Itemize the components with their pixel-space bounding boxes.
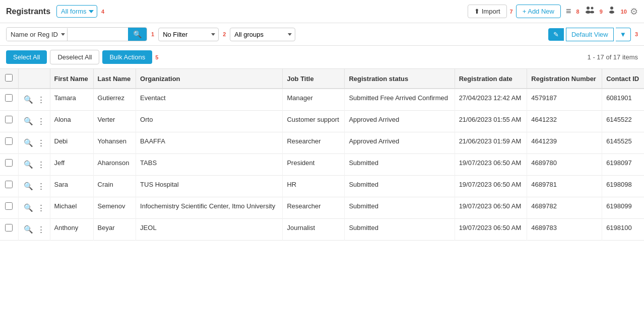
- more-options-button[interactable]: ⋮: [36, 137, 46, 148]
- table-row: 🔍 ⋮ AlonaVerterOrtoCustomer supportAppro…: [0, 111, 644, 132]
- row-actions: 🔍 ⋮: [23, 224, 46, 235]
- search-row-button[interactable]: 🔍: [23, 181, 34, 192]
- more-options-button[interactable]: ⋮: [36, 116, 46, 127]
- import-button[interactable]: ⬆ Import: [468, 5, 506, 18]
- row-checkbox-cell: [0, 176, 18, 197]
- default-view-button[interactable]: Default View: [566, 28, 614, 41]
- view-controls: ✎ Default View ▼: [548, 28, 631, 41]
- search-row-button[interactable]: 🔍: [23, 137, 34, 148]
- reg-status-cell: Approved Arrived: [345, 132, 455, 154]
- search-row-button[interactable]: 🔍: [23, 202, 34, 213]
- search-row-button[interactable]: 🔍: [23, 94, 34, 105]
- annotation-8: 8: [576, 9, 579, 15]
- people-icon-button[interactable]: [583, 4, 597, 19]
- row-checkbox[interactable]: [5, 181, 13, 188]
- row-checkbox[interactable]: [5, 94, 13, 102]
- row-checkbox[interactable]: [5, 116, 13, 123]
- reg-number-cell: 4689781: [527, 176, 602, 197]
- forms-dropdown[interactable]: All forms: [56, 5, 97, 18]
- contact-id-cell: 6145525: [602, 132, 644, 154]
- list-icon-button[interactable]: ≡: [564, 4, 573, 19]
- reg-status-cell: Submitted: [345, 176, 455, 197]
- org-cell: Eventact: [136, 89, 283, 111]
- table-row: 🔍 ⋮ JeffAharonsonTABSPresidentSubmitted1…: [0, 154, 644, 176]
- annotation-4: 4: [101, 9, 104, 15]
- first-name-cell: Anthony: [50, 219, 93, 241]
- row-actions-cell: 🔍 ⋮: [18, 89, 50, 111]
- col-reg-date-header: Registration date: [455, 69, 527, 89]
- row-actions-cell: 🔍 ⋮: [18, 197, 50, 219]
- search-type-select[interactable]: Name or Reg ID: [7, 28, 68, 41]
- table-row: 🔍 ⋮ TamaraGutierrezEventactManagerSubmit…: [0, 89, 644, 111]
- col-contact-id-header: Contact ID: [602, 69, 644, 89]
- more-options-button[interactable]: ⋮: [36, 202, 46, 213]
- search-input[interactable]: [68, 28, 128, 41]
- row-checkbox[interactable]: [5, 159, 13, 167]
- table-row: 🔍 ⋮ DebiYohansenBAAFFAResearcherApproved…: [0, 132, 644, 154]
- row-checkbox-cell: [0, 197, 18, 219]
- job-title-cell: Researcher: [283, 132, 345, 154]
- header-checkbox[interactable]: [5, 74, 13, 82]
- items-count: 1 - 17 of 17 items: [588, 53, 638, 61]
- groups-dropdown[interactable]: All groups: [230, 28, 295, 41]
- job-title-cell: Journalist: [283, 219, 345, 241]
- search-row-button[interactable]: 🔍: [23, 116, 34, 127]
- reg-date-cell: 27/04/2023 12:42 AM: [455, 89, 527, 111]
- search-button[interactable]: 🔍: [128, 28, 147, 41]
- gear-icon[interactable]: ⚙: [630, 6, 638, 17]
- row-checkbox-cell: [0, 132, 18, 154]
- row-actions: 🔍 ⋮: [23, 94, 46, 105]
- more-options-button[interactable]: ⋮: [36, 159, 46, 170]
- search-row-button[interactable]: 🔍: [23, 159, 34, 170]
- svg-point-5: [609, 11, 614, 14]
- edit-view-button[interactable]: ✎: [548, 28, 564, 41]
- select-all-button[interactable]: Select All: [6, 50, 47, 64]
- more-options-button[interactable]: ⋮: [36, 94, 46, 105]
- reg-number-cell: 4689782: [527, 197, 602, 219]
- more-options-button[interactable]: ⋮: [36, 181, 46, 192]
- col-reg-status-header: Registration status: [345, 69, 455, 89]
- contact-id-cell: 6198100: [602, 219, 644, 241]
- col-reg-number-header: Registration Number: [527, 69, 602, 89]
- annotation-9: 9: [600, 9, 603, 15]
- table-row: 🔍 ⋮ MichaelSemenovInfochemistry Scientif…: [0, 197, 644, 219]
- first-name-cell: Sara: [50, 176, 93, 197]
- annotation-3: 3: [635, 31, 638, 37]
- reg-status-cell: Submitted: [345, 219, 455, 241]
- view-dropdown-button[interactable]: ▼: [616, 28, 631, 41]
- row-actions: 🔍 ⋮: [23, 159, 46, 170]
- reg-date-cell: 19/07/2023 06:50 AM: [455, 176, 527, 197]
- filter-dropdown[interactable]: No Filter: [158, 28, 219, 41]
- row-checkbox[interactable]: [5, 137, 13, 145]
- row-checkbox[interactable]: [5, 202, 13, 210]
- col-first-name-header: First Name: [50, 69, 93, 89]
- org-cell: TUS Hospital: [136, 176, 283, 197]
- col-last-name-header: Last Name: [93, 69, 136, 89]
- row-actions-cell: 🔍 ⋮: [18, 111, 50, 132]
- person-icon-button[interactable]: [606, 4, 618, 19]
- deselect-all-button[interactable]: Deselect All: [50, 50, 99, 64]
- last-name-cell: Beyar: [93, 219, 136, 241]
- reg-date-cell: 21/06/2023 01:55 AM: [455, 111, 527, 132]
- first-name-cell: Tamara: [50, 89, 93, 111]
- row-checkbox[interactable]: [5, 224, 13, 231]
- row-actions-cell: 🔍 ⋮: [18, 219, 50, 241]
- action-bar: Select All Deselect All Bulk Actions 5 1…: [0, 46, 644, 69]
- row-checkbox-cell: [0, 111, 18, 132]
- last-name-cell: Verter: [93, 111, 136, 132]
- header-bar: Registrants All forms 4 ⬆ Import 7 + Add…: [0, 0, 644, 23]
- reg-status-cell: Approved Arrived: [345, 111, 455, 132]
- table-row: 🔍 ⋮ AnthonyBeyarJEOLJournalistSubmitted1…: [0, 219, 644, 241]
- reg-number-cell: 4689783: [527, 219, 602, 241]
- more-options-button[interactable]: ⋮: [36, 224, 46, 235]
- contact-id-cell: 6198098: [602, 176, 644, 197]
- add-new-button[interactable]: + Add New: [516, 5, 561, 18]
- reg-number-cell: 4579187: [527, 89, 602, 111]
- svg-point-0: [587, 7, 590, 10]
- contact-id-cell: 6081901: [602, 89, 644, 111]
- row-actions-cell: 🔍 ⋮: [18, 154, 50, 176]
- search-row-button[interactable]: 🔍: [23, 224, 34, 235]
- annotation-7: 7: [510, 9, 513, 15]
- job-title-cell: Manager: [283, 89, 345, 111]
- bulk-actions-button[interactable]: Bulk Actions: [102, 50, 152, 64]
